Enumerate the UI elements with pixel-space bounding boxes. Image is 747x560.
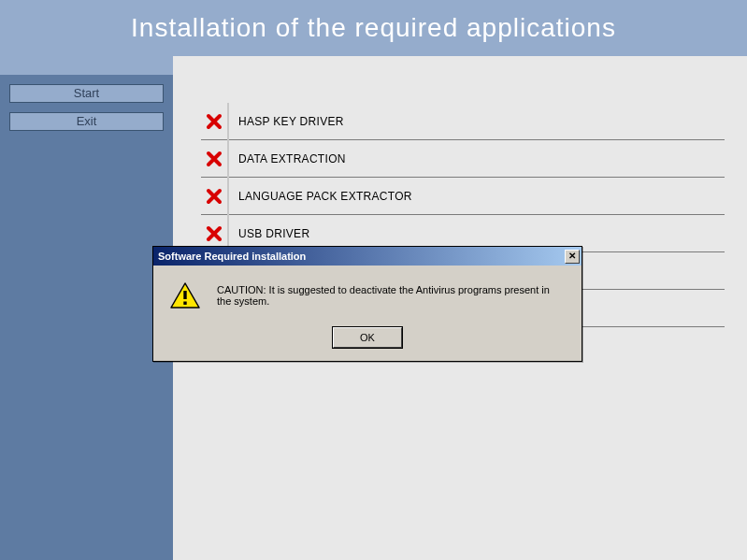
dialog-footer: OK bbox=[153, 318, 582, 361]
fail-x-icon bbox=[206, 225, 223, 242]
dialog-titlebar[interactable]: Software Required installation ✕ bbox=[153, 247, 582, 266]
ok-button[interactable]: OK bbox=[333, 327, 402, 348]
list-item: LANGUAGE PACK EXTRACTOR bbox=[201, 178, 725, 215]
item-label: HASP KEY DRIVER bbox=[229, 115, 344, 128]
sidebar-header-strip bbox=[0, 56, 173, 75]
item-label: DATA EXTRACTION bbox=[229, 152, 346, 165]
status-cell bbox=[201, 178, 229, 215]
close-icon: ✕ bbox=[568, 251, 576, 261]
start-button[interactable]: Start bbox=[9, 84, 164, 103]
item-label: LANGUAGE PACK EXTRACTOR bbox=[229, 190, 412, 203]
header: Installation of the required application… bbox=[0, 0, 747, 56]
dialog-body: CAUTION: It is suggested to deactivate t… bbox=[153, 266, 582, 318]
svg-rect-1 bbox=[183, 291, 186, 299]
status-cell bbox=[201, 103, 229, 140]
close-button[interactable]: ✕ bbox=[565, 250, 580, 264]
status-cell bbox=[201, 140, 229, 178]
exit-button[interactable]: Exit bbox=[9, 112, 164, 131]
warning-dialog: Software Required installation ✕ CAUTION… bbox=[152, 246, 582, 362]
page-title: Installation of the required application… bbox=[131, 13, 616, 43]
warning-icon bbox=[170, 282, 200, 309]
item-label: USB DRIVER bbox=[229, 227, 309, 240]
dialog-title: Software Required installation bbox=[155, 251, 306, 262]
sidebar: Start Exit bbox=[0, 56, 173, 560]
list-item: DATA EXTRACTION bbox=[201, 140, 725, 178]
list-item: HASP KEY DRIVER bbox=[201, 103, 725, 140]
fail-x-icon bbox=[206, 151, 223, 167]
dialog-message: CAUTION: It is suggested to deactivate t… bbox=[217, 284, 565, 307]
fail-x-icon bbox=[206, 188, 223, 205]
fail-x-icon bbox=[206, 113, 223, 130]
svg-rect-2 bbox=[183, 302, 186, 305]
